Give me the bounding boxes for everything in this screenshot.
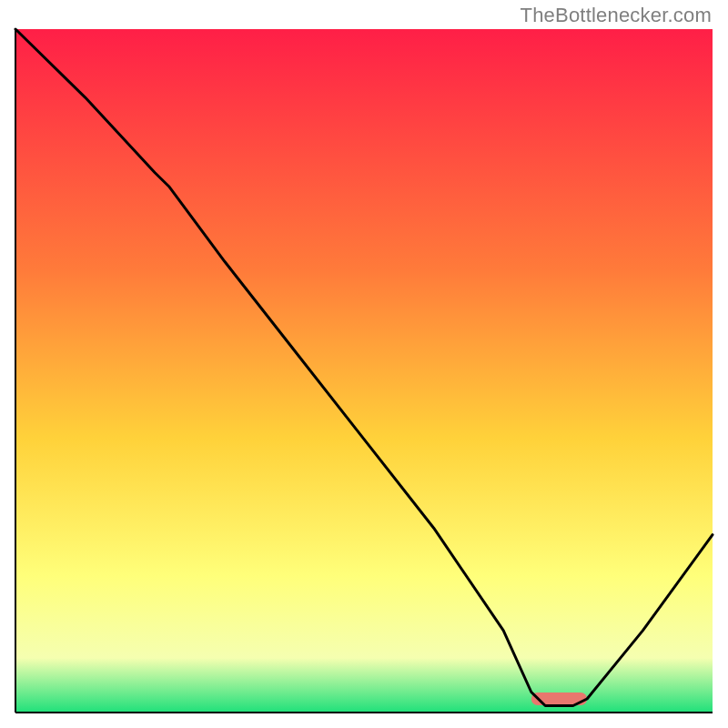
chart-canvas — [14, 27, 714, 714]
attribution-text: TheBottlenecker.com — [521, 4, 712, 27]
bottleneck-chart — [14, 27, 714, 714]
gradient-background — [15, 29, 713, 713]
